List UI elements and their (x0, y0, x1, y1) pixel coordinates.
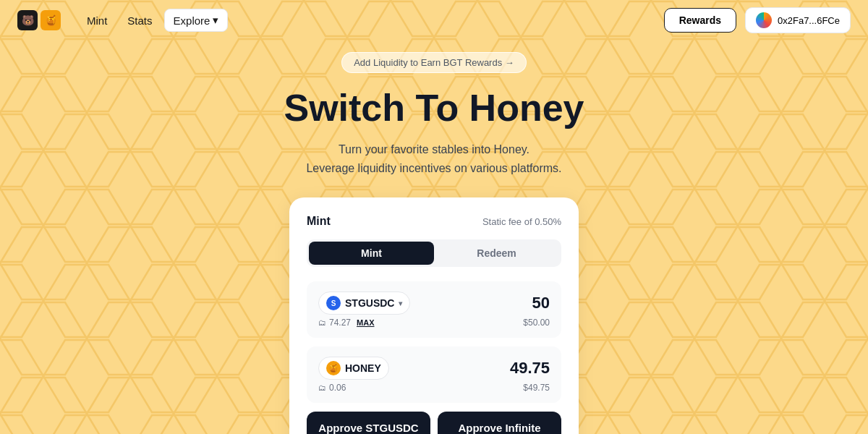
approve-stgusdc-button[interactable]: Approve STGUSDC (307, 412, 430, 434)
output-token-row: 🍯 HONEY 49.75 (318, 357, 550, 380)
logo-icons: 🐻 🍯 (17, 10, 61, 30)
hero-title: Switch To Honey (284, 88, 584, 129)
logo[interactable]: 🐻 🍯 (17, 10, 61, 30)
output-token-symbol: HONEY (345, 362, 381, 374)
hero-subtitle: Turn your favorite stables into Honey. L… (306, 140, 561, 177)
nav-right: Rewards 0x2Fa7...6FCe (664, 7, 851, 33)
main-content: Add Liquidity to Earn BGT Rewards → Swit… (0, 41, 868, 434)
input-token-selector[interactable]: S STGUSDC ▾ (318, 292, 410, 315)
input-usd-value: $50.00 (523, 318, 550, 328)
output-token-meta: 🗂 0.06 $49.75 (318, 383, 550, 393)
chevron-down-icon: ▾ (399, 299, 402, 307)
tab-redeem[interactable]: Redeem (434, 242, 559, 265)
output-token-box: 🍯 HONEY 49.75 🗂 0.06 $49.75 (307, 346, 561, 403)
tab-mint[interactable]: Mint (309, 242, 434, 265)
wallet-small-icon-2: 🗂 (318, 383, 326, 392)
input-token-amount: 50 (532, 294, 550, 312)
chevron-down-icon: ▾ (213, 14, 218, 27)
input-token-symbol: STGUSDC (345, 297, 394, 309)
max-button[interactable]: MAX (357, 318, 374, 327)
wallet-address: 0x2Fa7...6FCe (778, 15, 840, 26)
card-tabs: Mint Redeem (307, 239, 561, 267)
banner-text: Add Liquidity to Earn BGT Rewards → (354, 57, 514, 68)
honey-token-icon: 🍯 (326, 361, 341, 375)
card-title: Mint (307, 215, 331, 228)
output-token-selector[interactable]: 🍯 HONEY (318, 357, 389, 380)
input-token-row: S STGUSDC ▾ 50 (318, 292, 550, 315)
wallet-small-icon: 🗂 (318, 318, 326, 327)
fee-label: Static fee of 0.50% (482, 216, 561, 227)
bear-icon: 🐻 (17, 10, 38, 30)
output-balance: 0.06 (329, 383, 346, 393)
action-buttons: Approve STGUSDC Approve Infinite (307, 412, 561, 434)
nav-mint[interactable]: Mint (78, 10, 116, 31)
input-balance: 74.27 (329, 318, 351, 328)
input-token-box: S STGUSDC ▾ 50 🗂 74.27 MAX $50.00 (307, 281, 561, 338)
nav-links: Mint Stats Explore ▾ (78, 9, 228, 32)
output-usd-value: $49.75 (523, 383, 550, 393)
wallet-avatar (756, 12, 772, 28)
stgusdc-icon: S (326, 296, 341, 310)
nav-explore[interactable]: Explore ▾ (164, 9, 229, 32)
wallet-button[interactable]: 0x2Fa7...6FCe (745, 7, 851, 33)
honey-icon-logo: 🍯 (41, 10, 61, 30)
output-token-amount: 49.75 (510, 359, 550, 378)
card-header: Mint Static fee of 0.50% (307, 215, 561, 228)
nav-stats[interactable]: Stats (119, 10, 161, 31)
rewards-button[interactable]: Rewards (664, 8, 736, 33)
approve-infinite-button[interactable]: Approve Infinite (438, 412, 561, 434)
mint-card: Mint Static fee of 0.50% Mint Redeem S S… (289, 197, 579, 434)
output-balance-row: 🗂 0.06 (318, 383, 346, 393)
input-balance-row: 🗂 74.27 MAX (318, 318, 374, 328)
banner[interactable]: Add Liquidity to Earn BGT Rewards → (341, 52, 527, 73)
input-token-meta: 🗂 74.27 MAX $50.00 (318, 318, 550, 328)
navbar: 🐻 🍯 Mint Stats Explore ▾ Rewards 0x2Fa7.… (0, 0, 868, 41)
